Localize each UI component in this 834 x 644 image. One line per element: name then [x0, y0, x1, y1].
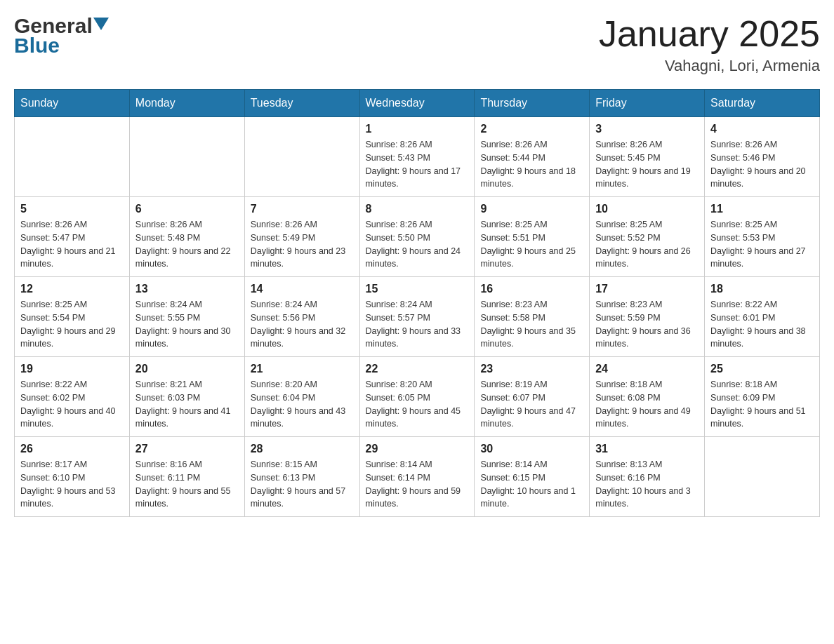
day-number: 23: [480, 363, 583, 375]
calendar-cell: 23Sunrise: 8:19 AMSunset: 6:07 PMDayligh…: [475, 357, 590, 437]
day-number: 5: [20, 203, 124, 215]
day-number: 11: [710, 203, 814, 215]
day-number: 24: [595, 363, 699, 375]
calendar-cell: 14Sunrise: 8:24 AMSunset: 5:56 PMDayligh…: [244, 277, 359, 357]
day-number: 8: [366, 203, 469, 215]
logo-blue-text: Blue: [14, 34, 60, 58]
day-number: 2: [480, 123, 583, 135]
day-number: 10: [595, 203, 699, 215]
calendar-cell: [15, 117, 130, 197]
calendar-cell: 21Sunrise: 8:20 AMSunset: 6:04 PMDayligh…: [244, 357, 359, 437]
day-info: Sunrise: 8:26 AMSunset: 5:44 PMDaylight:…: [480, 138, 583, 191]
calendar-week-2: 5Sunrise: 8:26 AMSunset: 5:47 PMDaylight…: [15, 197, 820, 277]
calendar-header-thursday: Thursday: [475, 90, 590, 117]
calendar-header-tuesday: Tuesday: [244, 90, 359, 117]
day-number: 29: [366, 443, 469, 455]
day-info: Sunrise: 8:23 AMSunset: 5:59 PMDaylight:…: [595, 298, 699, 351]
day-info: Sunrise: 8:25 AMSunset: 5:53 PMDaylight:…: [710, 218, 814, 271]
day-number: 25: [710, 363, 814, 375]
calendar-cell: 16Sunrise: 8:23 AMSunset: 5:58 PMDayligh…: [475, 277, 590, 357]
day-number: 28: [251, 443, 354, 455]
calendar-cell: 7Sunrise: 8:26 AMSunset: 5:49 PMDaylight…: [244, 197, 359, 277]
day-info: Sunrise: 8:15 AMSunset: 6:13 PMDaylight:…: [251, 458, 354, 511]
day-info: Sunrise: 8:25 AMSunset: 5:51 PMDaylight:…: [480, 218, 583, 271]
calendar-cell: 17Sunrise: 8:23 AMSunset: 5:59 PMDayligh…: [590, 277, 705, 357]
day-info: Sunrise: 8:26 AMSunset: 5:46 PMDaylight:…: [710, 138, 814, 191]
day-number: 9: [480, 203, 583, 215]
day-info: Sunrise: 8:26 AMSunset: 5:43 PMDaylight:…: [366, 138, 469, 191]
calendar-cell: [244, 117, 359, 197]
calendar-cell: 9Sunrise: 8:25 AMSunset: 5:51 PMDaylight…: [475, 197, 590, 277]
day-info: Sunrise: 8:18 AMSunset: 6:08 PMDaylight:…: [595, 378, 699, 431]
day-number: 6: [135, 203, 239, 215]
day-info: Sunrise: 8:24 AMSunset: 5:56 PMDaylight:…: [251, 298, 354, 351]
calendar-table: SundayMondayTuesdayWednesdayThursdayFrid…: [14, 89, 820, 517]
calendar-cell: 31Sunrise: 8:13 AMSunset: 6:16 PMDayligh…: [590, 437, 705, 517]
calendar-cell: 3Sunrise: 8:26 AMSunset: 5:45 PMDaylight…: [590, 117, 705, 197]
calendar-cell: 22Sunrise: 8:20 AMSunset: 6:05 PMDayligh…: [359, 357, 475, 437]
calendar-header-row: SundayMondayTuesdayWednesdayThursdayFrid…: [15, 90, 820, 117]
logo-arrow-icon: [93, 18, 109, 30]
day-info: Sunrise: 8:17 AMSunset: 6:10 PMDaylight:…: [20, 458, 124, 511]
day-number: 4: [710, 123, 814, 135]
month-title: January 2025: [599, 14, 820, 54]
calendar-cell: 27Sunrise: 8:16 AMSunset: 6:11 PMDayligh…: [129, 437, 244, 517]
day-number: 20: [135, 363, 239, 375]
day-info: Sunrise: 8:26 AMSunset: 5:49 PMDaylight:…: [251, 218, 354, 271]
calendar-cell: [705, 437, 820, 517]
calendar-week-5: 26Sunrise: 8:17 AMSunset: 6:10 PMDayligh…: [15, 437, 820, 517]
calendar-header-wednesday: Wednesday: [359, 90, 475, 117]
day-info: Sunrise: 8:14 AMSunset: 6:14 PMDaylight:…: [366, 458, 469, 511]
calendar-cell: 24Sunrise: 8:18 AMSunset: 6:08 PMDayligh…: [590, 357, 705, 437]
day-info: Sunrise: 8:20 AMSunset: 6:04 PMDaylight:…: [251, 378, 354, 431]
calendar-cell: 12Sunrise: 8:25 AMSunset: 5:54 PMDayligh…: [15, 277, 130, 357]
day-info: Sunrise: 8:26 AMSunset: 5:45 PMDaylight:…: [595, 138, 699, 191]
day-number: 31: [595, 443, 699, 455]
svg-marker-0: [93, 18, 109, 30]
page-header: General Blue January 2025 Vahagni, Lori,…: [14, 14, 820, 75]
day-number: 30: [480, 443, 583, 455]
calendar-header-monday: Monday: [129, 90, 244, 117]
day-info: Sunrise: 8:25 AMSunset: 5:54 PMDaylight:…: [20, 298, 124, 351]
location-text: Vahagni, Lori, Armenia: [599, 57, 820, 75]
day-number: 19: [20, 363, 124, 375]
calendar-cell: 10Sunrise: 8:25 AMSunset: 5:52 PMDayligh…: [590, 197, 705, 277]
calendar-cell: 5Sunrise: 8:26 AMSunset: 5:47 PMDaylight…: [15, 197, 130, 277]
calendar-cell: 20Sunrise: 8:21 AMSunset: 6:03 PMDayligh…: [129, 357, 244, 437]
day-number: 26: [20, 443, 124, 455]
calendar-cell: 29Sunrise: 8:14 AMSunset: 6:14 PMDayligh…: [359, 437, 475, 517]
day-number: 21: [251, 363, 354, 375]
calendar-cell: 28Sunrise: 8:15 AMSunset: 6:13 PMDayligh…: [244, 437, 359, 517]
calendar-cell: 2Sunrise: 8:26 AMSunset: 5:44 PMDaylight…: [475, 117, 590, 197]
calendar-cell: 1Sunrise: 8:26 AMSunset: 5:43 PMDaylight…: [359, 117, 475, 197]
day-info: Sunrise: 8:16 AMSunset: 6:11 PMDaylight:…: [135, 458, 239, 511]
title-block: January 2025 Vahagni, Lori, Armenia: [599, 14, 820, 75]
day-number: 13: [135, 283, 239, 295]
day-info: Sunrise: 8:23 AMSunset: 5:58 PMDaylight:…: [480, 298, 583, 351]
calendar-cell: 11Sunrise: 8:25 AMSunset: 5:53 PMDayligh…: [705, 197, 820, 277]
calendar-week-1: 1Sunrise: 8:26 AMSunset: 5:43 PMDaylight…: [15, 117, 820, 197]
day-info: Sunrise: 8:20 AMSunset: 6:05 PMDaylight:…: [366, 378, 469, 431]
calendar-week-4: 19Sunrise: 8:22 AMSunset: 6:02 PMDayligh…: [15, 357, 820, 437]
day-number: 1: [366, 123, 469, 135]
calendar-week-3: 12Sunrise: 8:25 AMSunset: 5:54 PMDayligh…: [15, 277, 820, 357]
calendar-cell: 6Sunrise: 8:26 AMSunset: 5:48 PMDaylight…: [129, 197, 244, 277]
calendar-cell: 18Sunrise: 8:22 AMSunset: 6:01 PMDayligh…: [705, 277, 820, 357]
day-info: Sunrise: 8:24 AMSunset: 5:55 PMDaylight:…: [135, 298, 239, 351]
day-info: Sunrise: 8:14 AMSunset: 6:15 PMDaylight:…: [480, 458, 583, 511]
day-info: Sunrise: 8:19 AMSunset: 6:07 PMDaylight:…: [480, 378, 583, 431]
calendar-header-saturday: Saturday: [705, 90, 820, 117]
day-number: 12: [20, 283, 124, 295]
day-number: 17: [595, 283, 699, 295]
calendar-cell: 19Sunrise: 8:22 AMSunset: 6:02 PMDayligh…: [15, 357, 130, 437]
day-number: 22: [366, 363, 469, 375]
logo: General Blue: [14, 14, 109, 58]
day-info: Sunrise: 8:26 AMSunset: 5:50 PMDaylight:…: [366, 218, 469, 271]
day-info: Sunrise: 8:22 AMSunset: 6:02 PMDaylight:…: [20, 378, 124, 431]
day-info: Sunrise: 8:13 AMSunset: 6:16 PMDaylight:…: [595, 458, 699, 511]
day-info: Sunrise: 8:25 AMSunset: 5:52 PMDaylight:…: [595, 218, 699, 271]
calendar-cell: 4Sunrise: 8:26 AMSunset: 5:46 PMDaylight…: [705, 117, 820, 197]
day-number: 27: [135, 443, 239, 455]
day-number: 14: [251, 283, 354, 295]
day-number: 18: [710, 283, 814, 295]
